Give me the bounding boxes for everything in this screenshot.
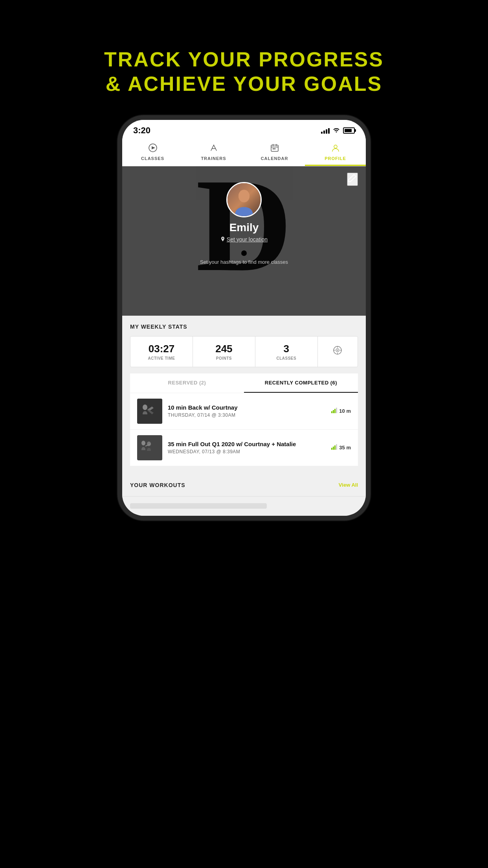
list-item[interactable]: 35 min Full Out Q1 2020 w/ Courtnay + Na… (130, 430, 358, 466)
svg-marker-1 (152, 146, 155, 149)
weekly-stats-title: MY WEEKLY STATS (130, 324, 358, 330)
class-name-2: 35 min Full Out Q1 2020 w/ Courtnay + Na… (168, 441, 331, 447)
headline-line2: & ACHIEVE YOUR GOALS (104, 72, 384, 96)
stat-watch[interactable] (318, 338, 358, 364)
points-value: 245 (196, 343, 252, 355)
edit-profile-button[interactable] (347, 173, 358, 186)
nav-trainers[interactable]: TRAINERS (183, 139, 244, 166)
status-time: 3:20 (133, 125, 150, 136)
nav-profile[interactable]: PROFILE (305, 139, 366, 166)
nav-classes[interactable]: CLASSES (122, 139, 183, 166)
class-name-1: 10 min Back w/ Courtnay (168, 404, 331, 411)
svg-rect-4 (274, 148, 275, 149)
slide-indicator (241, 250, 247, 256)
calendar-icon (270, 143, 279, 154)
svg-point-8 (238, 190, 250, 202)
classes-value: 3 (259, 343, 314, 355)
wifi-icon (333, 127, 340, 134)
view-all-button[interactable]: View All (339, 482, 358, 488)
svg-rect-23 (334, 445, 336, 450)
signal-strength-icon-2 (331, 444, 338, 451)
profile-section: D (122, 166, 366, 316)
signal-bars-icon (321, 127, 330, 134)
workouts-title: YOUR WORKOUTS (130, 482, 185, 488)
svg-rect-24 (336, 444, 337, 450)
points-label: POINTS (196, 356, 252, 360)
signal-strength-icon-1 (331, 408, 338, 414)
svg-point-5 (334, 145, 337, 148)
class-thumbnail-2 (137, 435, 162, 460)
weekly-stats-section: MY WEEKLY STATS 03:27 ACTIVE TIME 245 PO… (122, 316, 366, 474)
svg-rect-3 (273, 148, 274, 149)
class-date-2: WEDNESDAY, 07/13 @ 8:39AM (168, 449, 331, 454)
avatar-image (227, 183, 261, 216)
class-duration-1: 10 m (331, 408, 351, 414)
svg-rect-18 (137, 435, 162, 460)
classes-icon (149, 143, 157, 154)
svg-point-19 (141, 441, 145, 445)
profile-name: Emily (229, 221, 259, 234)
classes-label: CLASSES (259, 356, 314, 360)
svg-rect-22 (333, 447, 334, 450)
status-icons (321, 127, 355, 134)
class-tabs: RESERVED (2) RECENTLY COMPLETED (6) (130, 373, 358, 393)
nav-profile-label: PROFILE (325, 156, 346, 161)
battery-icon (343, 127, 355, 134)
tab-recently-completed[interactable]: RECENTLY COMPLETED (6) (244, 373, 358, 393)
nav-trainers-label: TRAINERS (201, 156, 226, 161)
active-time-value: 03:27 (134, 343, 189, 355)
profile-icon (331, 143, 340, 154)
nav-calendar-label: CALENDAR (261, 156, 288, 161)
status-bar: 3:20 (122, 120, 366, 139)
watch-connect-icon (321, 345, 354, 358)
duration-value-1: 10 m (339, 408, 351, 414)
svg-point-11 (337, 350, 338, 351)
svg-rect-15 (333, 410, 334, 413)
tab-reserved[interactable]: RESERVED (2) (130, 373, 244, 393)
trainers-icon (209, 143, 218, 154)
svg-rect-16 (334, 409, 336, 413)
svg-rect-17 (336, 408, 337, 413)
workouts-section: YOUR WORKOUTS View All (122, 474, 366, 496)
nav-classes-label: CLASSES (141, 156, 164, 161)
location-text: Set your location (227, 236, 268, 243)
svg-rect-14 (331, 411, 332, 413)
headline-line1: TRACK YOUR PROGRESS (104, 47, 384, 72)
bottom-nav: CLASSES TRAINERS CALENDAR (122, 139, 366, 166)
class-duration-2: 35 m (331, 444, 351, 451)
class-info-2: 35 min Full Out Q1 2020 w/ Courtnay + Na… (168, 441, 331, 454)
phone-frame: 3:20 (122, 120, 366, 516)
nav-calendar[interactable]: CALENDAR (244, 139, 305, 166)
class-date-1: THURSDAY, 07/14 @ 3:30AM (168, 412, 331, 418)
active-time-label: ACTIVE TIME (134, 356, 189, 360)
profile-location-button[interactable]: Set your location (220, 236, 268, 243)
headline: TRACK YOUR PROGRESS & ACHIEVE YOUR GOALS (104, 47, 384, 96)
stats-row: 03:27 ACTIVE TIME 245 POINTS 3 CLASSES (130, 336, 358, 367)
stat-active-time: 03:27 ACTIVE TIME (130, 337, 193, 367)
class-info-1: 10 min Back w/ Courtnay THURSDAY, 07/14 … (168, 404, 331, 418)
class-thumbnail-1 (137, 399, 162, 424)
list-item[interactable]: 10 min Back w/ Courtnay THURSDAY, 07/14 … (130, 393, 358, 430)
class-list: 10 min Back w/ Courtnay THURSDAY, 07/14 … (130, 393, 358, 466)
avatar (226, 182, 262, 217)
svg-point-13 (143, 405, 147, 410)
duration-value-2: 35 m (339, 445, 351, 451)
hashtag-hint: Set your hashtags to find more classes (200, 259, 288, 273)
stat-points: 245 POINTS (193, 337, 255, 367)
stat-classes: 3 CLASSES (255, 337, 318, 367)
svg-rect-21 (331, 448, 332, 450)
